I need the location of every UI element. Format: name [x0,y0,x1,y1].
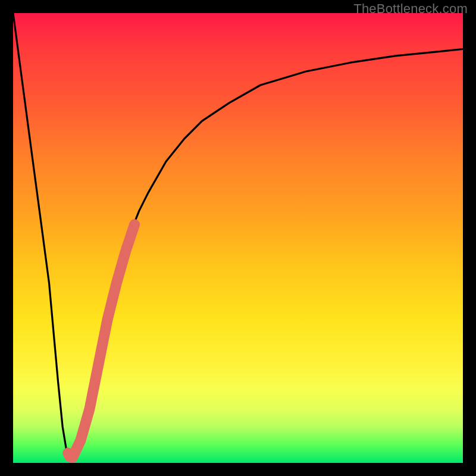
plot-area [13,13,463,463]
chart-frame: TheBottleneck.com [0,0,476,476]
watermark-text: TheBottleneck.com [353,1,468,17]
chart-svg [13,13,463,463]
overlay-marker [68,224,134,458]
bottleneck-curve [13,13,463,458]
